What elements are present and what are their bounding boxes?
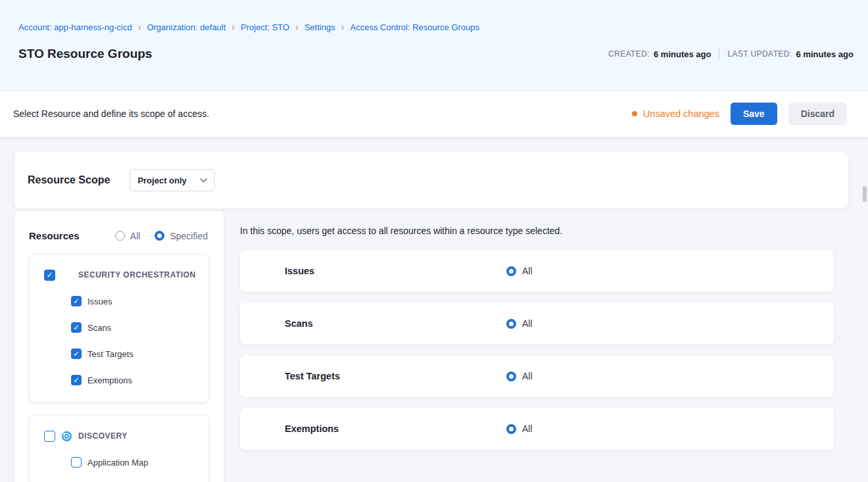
resources-panel: Resources All Specified S [14, 211, 224, 482]
radio-all-icon[interactable] [115, 231, 125, 241]
checkbox-test-targets[interactable] [71, 349, 82, 359]
tree-group-label: DISCOVERY [78, 431, 128, 441]
breadcrumb-project-link[interactable]: Project: STO [241, 22, 289, 32]
resource-scope-card: Resource Scope Project only [14, 152, 848, 208]
breadcrumb-separator-icon: › [341, 22, 345, 32]
tree-row-group[interactable]: SECURITY ORCHESTRATION [44, 262, 208, 288]
radar-icon [61, 431, 72, 442]
resource-card-scans: Scans All [240, 302, 834, 345]
tree-group-security-orchestration: SECURITY ORCHESTRATION Issues Scans Test… [29, 254, 209, 402]
tree-group-discovery: DISCOVERY Application Map [29, 415, 209, 482]
created-label: CREATED: [608, 49, 650, 59]
checkbox-security-orchestration[interactable] [44, 270, 55, 281]
radio-all-icon[interactable] [506, 372, 516, 381]
tree-item-label: Scans [87, 323, 111, 333]
checkbox-scans[interactable] [71, 322, 82, 333]
tree-group-label: SECURITY ORCHESTRATION [78, 270, 196, 279]
toolbar-description: Select Resource and define its scope of … [13, 108, 209, 119]
unsaved-changes-label: Unsaved changes [643, 108, 719, 119]
scope-detail: In this scope, users get access to all r… [240, 211, 857, 460]
tree-item-label: Issues [87, 297, 112, 306]
access-option-all[interactable]: All [506, 423, 533, 434]
radio-option-all[interactable]: All [115, 231, 141, 241]
radio-specified-icon[interactable] [155, 231, 164, 241]
breadcrumb-resource-groups-link[interactable]: Access Control: Resource Groups [350, 22, 480, 32]
tree-row-exemptions[interactable]: Exemptions [44, 367, 208, 393]
radio-all-icon[interactable] [506, 424, 516, 434]
resource-card-issues: Issues All [240, 250, 834, 292]
shield-search-icon [254, 419, 274, 439]
unsaved-changes-status: Unsaved changes [632, 108, 719, 119]
unsaved-dot-icon [632, 111, 637, 116]
vertical-scrollbar-thumb[interactable] [863, 186, 867, 202]
breadcrumb-separator-icon: › [231, 22, 235, 32]
page-title: STO Resource Groups [18, 47, 152, 61]
breadcrumb-settings-link[interactable]: Settings [304, 22, 335, 32]
resource-scope-selected-value: Project only [137, 176, 186, 185]
main-content: Resource Scope Project only Resources Al… [0, 137, 868, 482]
access-option-all[interactable]: All [506, 266, 533, 276]
page-header: Account: app-harness-ng-cicd › Organizat… [0, 0, 868, 91]
chevron-down-icon [200, 178, 207, 183]
shield-search-icon [254, 261, 274, 281]
checkbox-discovery[interactable] [44, 431, 55, 442]
breadcrumb-account-link[interactable]: Account: app-harness-ng-cicd [18, 22, 132, 32]
shield-search-icon [61, 270, 72, 281]
tree-row-application-map[interactable]: Application Map [44, 449, 208, 475]
tree-item-label: Test Targets [87, 349, 133, 359]
header-meta: CREATED: 6 minutes ago LAST UPDATED: 6 m… [608, 49, 854, 59]
resource-card-label: Issues [285, 266, 314, 276]
tree-item-label: Exemptions [87, 375, 132, 385]
resource-card-exemptions: Exemptions All [240, 408, 834, 450]
access-option-all[interactable]: All [506, 371, 533, 381]
radio-all-icon[interactable] [506, 266, 516, 276]
tree-row-issues[interactable]: Issues [44, 288, 208, 314]
resource-scope-select[interactable]: Project only [130, 169, 215, 191]
radio-all-icon[interactable] [506, 319, 516, 329]
tree-row-test-targets[interactable]: Test Targets [44, 341, 208, 367]
access-all-label: All [522, 266, 533, 276]
last-updated-value: 6 minutes ago [796, 49, 854, 59]
resource-card-label: Test Targets [285, 371, 340, 381]
access-all-label: All [522, 318, 533, 329]
tree-row-scans[interactable]: Scans [44, 314, 208, 341]
checkbox-exemptions[interactable] [71, 375, 82, 385]
discard-button[interactable]: Discard [788, 103, 847, 125]
resource-card-test-targets: Test Targets All [240, 355, 834, 397]
breadcrumb-separator-icon: › [295, 22, 299, 32]
access-all-label: All [522, 371, 533, 381]
breadcrumb-organization-link[interactable]: Organization: default [147, 22, 226, 32]
tree-row-group[interactable]: DISCOVERY [44, 423, 208, 449]
resource-card-label: Scans [285, 318, 313, 329]
access-option-all[interactable]: All [506, 318, 533, 329]
radio-option-specified[interactable]: Specified [155, 231, 208, 241]
radio-all-label: All [130, 231, 141, 241]
radio-specified-label: Specified [170, 231, 208, 241]
shield-search-icon [254, 366, 274, 387]
last-updated-label: LAST UPDATED: [727, 49, 792, 59]
save-button[interactable]: Save [731, 103, 777, 125]
created-value: 6 minutes ago [654, 49, 711, 59]
shield-search-icon [254, 314, 274, 334]
access-all-label: All [522, 423, 533, 434]
action-toolbar: Select Resource and define its scope of … [0, 91, 868, 137]
scope-description: In this scope, users get access to all r… [240, 226, 857, 236]
breadcrumb: Account: app-harness-ng-cicd › Organizat… [18, 22, 854, 32]
breadcrumb-separator-icon: › [138, 22, 141, 32]
resource-scope-label: Resource Scope [28, 174, 110, 186]
resources-panel-title: Resources [29, 230, 80, 241]
tree-item-label: Application Map [87, 458, 149, 468]
resource-card-label: Exemptions [285, 423, 339, 434]
checkbox-application-map[interactable] [71, 457, 82, 468]
checkbox-issues[interactable] [71, 296, 82, 306]
meta-divider [719, 49, 719, 59]
